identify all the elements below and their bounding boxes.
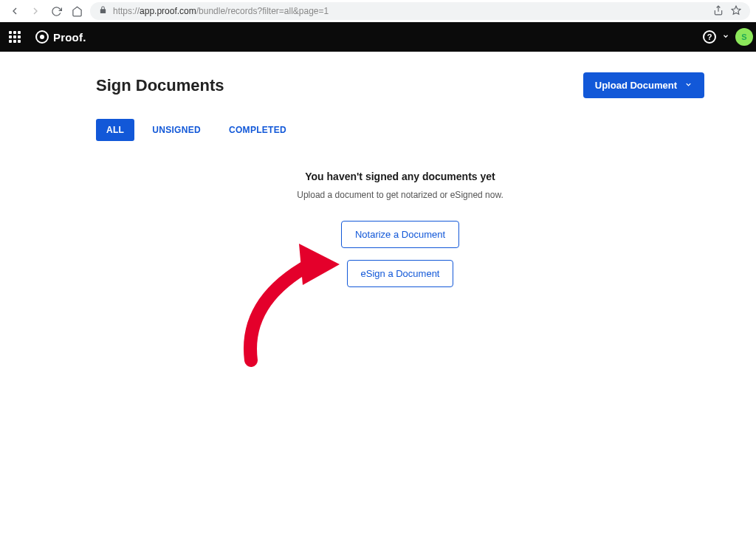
upload-document-button[interactable]: Upload Document <box>583 72 704 98</box>
nav-buttons <box>6 5 83 17</box>
logo-mark-icon <box>35 30 49 44</box>
star-icon[interactable] <box>731 5 741 18</box>
help-icon[interactable]: ? <box>703 30 716 44</box>
forward-icon[interactable] <box>30 5 41 17</box>
notarize-document-button[interactable]: Notarize a Document <box>341 221 459 248</box>
browser-toolbar: https://app.proof.com/bundle/records?fil… <box>0 0 756 22</box>
upload-button-label: Upload Document <box>595 80 677 91</box>
tab-all[interactable]: ALL <box>96 119 134 141</box>
esign-document-button[interactable]: eSign a Document <box>347 260 454 287</box>
apps-menu-icon[interactable] <box>7 30 22 44</box>
lock-icon <box>99 6 107 16</box>
app-header: Proof. ? S <box>0 22 756 52</box>
avatar[interactable]: S <box>735 28 753 46</box>
filter-tabs: ALL UNSIGNED COMPLETED <box>96 119 704 141</box>
share-icon[interactable] <box>713 5 724 18</box>
empty-state-title: You haven't signed any documents yet <box>96 171 704 182</box>
reload-icon[interactable] <box>50 5 62 17</box>
home-icon[interactable] <box>71 5 83 17</box>
empty-state-subtitle: Upload a document to get notarized or eS… <box>96 190 704 200</box>
address-bar[interactable]: https://app.proof.com/bundle/records?fil… <box>90 2 750 20</box>
chevron-down-icon[interactable] <box>722 32 729 42</box>
url-text: https://app.proof.com/bundle/records?fil… <box>113 6 329 16</box>
brand-name: Proof. <box>53 31 86 44</box>
brand-logo[interactable]: Proof. <box>35 30 86 44</box>
svg-marker-1 <box>732 6 740 14</box>
main-content: Sign Documents Upload Document ALL UNSIG… <box>0 52 756 287</box>
tab-completed[interactable]: COMPLETED <box>219 119 297 141</box>
page-title: Sign Documents <box>96 76 224 95</box>
back-icon[interactable] <box>9 5 21 17</box>
empty-state: You haven't signed any documents yet Upl… <box>96 171 704 287</box>
chevron-down-icon <box>684 80 693 91</box>
tab-unsigned[interactable]: UNSIGNED <box>142 119 211 141</box>
